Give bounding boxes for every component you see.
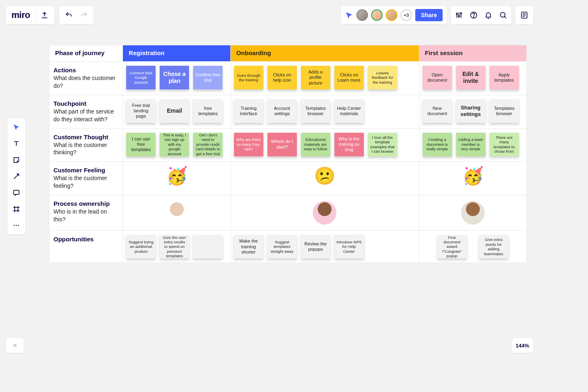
- phase-registration[interactable]: Registration: [123, 45, 230, 62]
- sticky-note[interactable]: Goes through the training: [234, 66, 263, 89]
- sticky-note[interactable]: Training interface: [234, 99, 263, 123]
- feeling-emoji[interactable]: 🥳: [123, 162, 230, 195]
- sticky-note[interactable]: I love all the template examples that I …: [368, 133, 397, 156]
- row-subtitle: Who is in the lead on this?: [53, 208, 118, 223]
- sticky-note[interactable]: Confirm free trial: [193, 66, 223, 89]
- utility-cluster: [451, 6, 511, 24]
- settings-icon[interactable]: [455, 11, 463, 19]
- sticky-note[interactable]: Why is the training so long: [334, 133, 364, 156]
- sticky-note[interactable]: Leaves feedback for the training: [368, 66, 397, 89]
- presence-cluster: +3 Share: [341, 6, 447, 24]
- sticky-note-icon[interactable]: [11, 155, 21, 165]
- share-button[interactable]: Share: [415, 9, 443, 21]
- sticky-note[interactable]: Connect their Google account: [126, 66, 156, 89]
- phase-onboarding[interactable]: Onboarding: [230, 45, 419, 62]
- sticky-note[interactable]: Sharing settings: [456, 99, 486, 123]
- help-icon[interactable]: [470, 11, 478, 19]
- sticky-note[interactable]: Where do I start?: [267, 133, 297, 156]
- sticky-note[interactable]: This is easy, I can sign up with my goog…: [160, 133, 189, 156]
- zoom-level[interactable]: 144%: [512, 338, 533, 353]
- sticky-note[interactable]: Give the user extra credits to spend on …: [160, 235, 189, 258]
- svg-rect-7: [13, 190, 19, 194]
- row-title: Process ownership: [53, 200, 118, 207]
- history-cluster: [59, 6, 94, 24]
- sticky-note[interactable]: There are many templates to chose from: [490, 133, 519, 156]
- sticky-note[interactable]: free templates: [193, 99, 223, 123]
- logo-cluster: miro: [6, 6, 54, 24]
- svg-point-1: [458, 16, 459, 17]
- notes-icon[interactable]: [515, 6, 533, 24]
- feeling-emoji[interactable]: 🥳: [419, 162, 526, 195]
- select-icon[interactable]: [11, 122, 21, 132]
- sticky-note[interactable]: Suggest trying an additional product: [126, 235, 156, 258]
- app-logo[interactable]: miro: [11, 10, 30, 20]
- svg-point-5: [500, 12, 505, 17]
- row-opportunities-label: Opportunities: [49, 231, 123, 263]
- journey-map[interactable]: Phase of journey Registration Onboarding…: [49, 45, 527, 263]
- left-toolbar: [7, 118, 25, 234]
- more-tools-icon[interactable]: [11, 220, 21, 230]
- undo-icon[interactable]: [65, 11, 73, 19]
- sticky-note[interactable]: Email: [160, 99, 189, 123]
- export-icon[interactable]: [40, 11, 49, 19]
- sticky-note[interactable]: Edit & invite: [456, 66, 486, 89]
- bell-icon[interactable]: [484, 11, 492, 19]
- sticky-note[interactable]: Free trial landing page: [126, 99, 156, 123]
- sticky-note[interactable]: Get I don't need to provide credit card …: [193, 133, 223, 156]
- search-icon[interactable]: [499, 11, 507, 19]
- expand-panel-icon[interactable]: [6, 338, 24, 353]
- sticky-note[interactable]: Why are there so many Pop-ups?: [234, 133, 263, 156]
- sticky-note[interactable]: Apply templates: [490, 66, 519, 89]
- phase-label: Phase of journey: [49, 45, 123, 62]
- sticky-note[interactable]: Introduce NPS for Help Center: [334, 235, 364, 258]
- sticky-note[interactable]: Give extra points for adding teammates: [479, 235, 508, 258]
- sticky-note[interactable]: New document: [423, 99, 452, 123]
- owner-avatar[interactable]: [165, 201, 189, 225]
- sticky-note[interactable]: Help Center materials: [334, 99, 364, 123]
- top-toolbar: miro +3 Share: [6, 6, 533, 24]
- owner-avatar[interactable]: [461, 201, 485, 225]
- redo-icon[interactable]: [80, 11, 88, 19]
- sticky-note[interactable]: Suggest templates straight away: [267, 235, 297, 258]
- sticky-note[interactable]: Open document: [423, 66, 452, 89]
- divider: [35, 11, 36, 20]
- arrow-icon[interactable]: [11, 172, 21, 181]
- text-icon[interactable]: [11, 139, 21, 149]
- sticky-note[interactable]: Review the popups: [301, 235, 330, 258]
- svg-point-8: [14, 225, 15, 226]
- sticky-note[interactable]: Clicks on Learn more: [334, 66, 364, 89]
- owner-avatar[interactable]: [313, 201, 336, 225]
- sticky-note[interactable]: [193, 235, 223, 258]
- presentation-icon[interactable]: [345, 11, 353, 19]
- avatar[interactable]: [386, 9, 397, 21]
- sticky-note[interactable]: Account settings: [267, 99, 297, 123]
- sticky-note[interactable]: Make the training shorter: [234, 235, 263, 258]
- feeling-emoji[interactable]: 😕: [230, 162, 419, 195]
- sticky-note[interactable]: Adds a profile picture: [301, 66, 330, 89]
- sticky-note[interactable]: Adding a team member is very simple: [456, 133, 486, 156]
- sticky-note[interactable]: Educational materials are easy to follow: [301, 133, 330, 156]
- row-subtitle: What is the customer feeling?: [53, 174, 118, 190]
- avatar[interactable]: [371, 9, 383, 21]
- sticky-note[interactable]: Clicks on help icon: [267, 66, 297, 89]
- row-title: Opportunities: [53, 236, 118, 243]
- sticky-note[interactable]: Chose a plan: [160, 66, 189, 89]
- row-touchpoint-label: Touchpoint What part of the service do t…: [49, 95, 123, 128]
- frame-icon[interactable]: [11, 204, 21, 214]
- row-title: Customer Feeling: [53, 167, 118, 174]
- phase-first-session[interactable]: First session: [419, 45, 526, 62]
- avatar-overflow[interactable]: +3: [401, 9, 412, 21]
- row-title: Actions: [53, 67, 118, 74]
- sticky-note[interactable]: Templates browser: [301, 99, 330, 123]
- avatar[interactable]: [356, 9, 368, 21]
- svg-point-0: [456, 13, 457, 15]
- sticky-note[interactable]: Creating a document is really simple: [423, 133, 452, 156]
- row-subtitle: What is the customer thinking?: [53, 141, 118, 157]
- sticky-note[interactable]: First document award /"Congrats" popup: [437, 235, 467, 258]
- comment-icon[interactable]: [11, 188, 21, 198]
- top-right-cluster: +3 Share: [341, 6, 533, 24]
- svg-point-2: [460, 13, 461, 14]
- sticky-note[interactable]: I can use free templates: [126, 133, 156, 156]
- svg-point-10: [18, 225, 19, 226]
- sticky-note[interactable]: Templates browser: [490, 99, 519, 123]
